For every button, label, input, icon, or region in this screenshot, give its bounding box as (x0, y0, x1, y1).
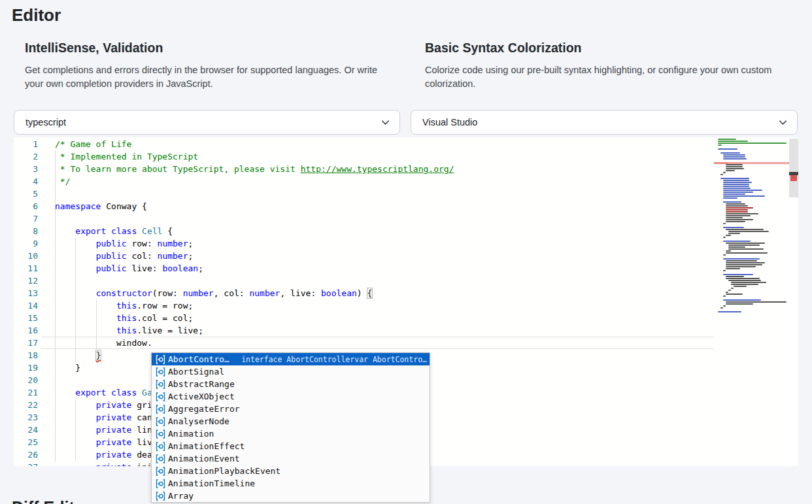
code-line[interactable]: 1/* Game of Life (14, 138, 714, 150)
scrollbar-slider[interactable] (789, 139, 798, 197)
theme-dropdown[interactable]: Visual Studio (411, 110, 798, 135)
suggest-item[interactable]: AbstractRange (152, 378, 430, 390)
editor-scrollbar[interactable] (789, 137, 798, 466)
line-number: 15 (14, 312, 38, 324)
suggest-item[interactable]: AbortSignal (152, 365, 430, 378)
chevron-down-icon (381, 118, 390, 127)
symbol-interface-icon (155, 392, 166, 402)
section-description-intellisense: Get completions and errors directly in t… (25, 63, 378, 91)
suggest-item[interactable]: AnimationTimeline (152, 477, 430, 490)
code-line[interactable]: 15 this.col = col; (14, 312, 714, 324)
code-text: /* Game of Life (55, 138, 131, 150)
suggest-item[interactable]: AnalyserNode (152, 415, 430, 428)
code-text: this.col = col; (55, 312, 193, 324)
symbol-interface-icon (155, 354, 166, 365)
suggest-item-label: AnalyserNode (168, 416, 229, 426)
line-number: 6 (14, 200, 38, 212)
code-line[interactable]: 11 public live: boolean; (14, 262, 714, 275)
suggest-item[interactable]: AnimationEffect (152, 440, 430, 452)
code-text: */ (55, 175, 70, 188)
code-text: public col: number; (55, 250, 193, 262)
suggest-item-detail: interface AbortControllervar AbortContro… (241, 355, 427, 364)
symbol-interface-icon (155, 379, 166, 390)
code-line[interactable]: 14 this.row = row; (14, 299, 714, 312)
suggest-item-label: Array (168, 491, 194, 501)
suggest-item[interactable]: AnimationPlaybackEvent (152, 465, 430, 477)
code-line[interactable]: 16 this.live = live; (14, 324, 714, 337)
line-number: 20 (14, 374, 38, 386)
language-dropdown[interactable]: typescript (14, 110, 400, 135)
code-text: public row: number; (55, 237, 193, 250)
code-line[interactable]: 10 public col: number; (14, 250, 714, 262)
suggest-item[interactable]: AggregateError (152, 403, 430, 415)
suggest-item-label: AggregateError (168, 404, 240, 414)
language-dropdown-value: typescript (25, 117, 66, 127)
suggest-item-label: ActiveXObject (168, 392, 235, 401)
code-text: window. (55, 337, 152, 349)
code-line[interactable]: 9 public row: number; (14, 237, 714, 250)
code-text: private can (55, 411, 152, 424)
suggest-item[interactable]: AnimationEvent (152, 452, 430, 465)
symbol-interface-icon (155, 491, 166, 501)
line-number: 12 (14, 275, 38, 287)
code-text: * Implemented in TypeScript (55, 150, 198, 163)
suggest-item-label: AnimationEvent (168, 454, 240, 463)
suggest-item[interactable]: AbortContro…interface AbortControllervar… (152, 353, 430, 365)
code-line[interactable]: 17 window. (14, 337, 714, 349)
line-number: 10 (14, 250, 38, 262)
suggest-item-label: AbortContro… (168, 354, 229, 364)
suggest-item[interactable]: Animation (152, 428, 430, 440)
code-line[interactable]: 5 (14, 188, 714, 200)
code-line[interactable]: 8 export class Cell { (14, 225, 714, 237)
page-title: Editor (12, 5, 61, 25)
section-description-colorization: Colorize code using our pre-built syntax… (425, 63, 778, 91)
line-number: 19 (14, 361, 38, 374)
line-number: 16 (14, 324, 38, 337)
symbol-interface-icon (155, 454, 166, 464)
code-text: private liv (55, 436, 152, 448)
code-line[interactable]: 7 (14, 212, 714, 225)
code-text: private dea (55, 448, 152, 461)
suggest-item-label: AnimationTimeline (168, 479, 255, 488)
code-text: export class Cell { (55, 225, 173, 237)
code-text: private lin (55, 424, 152, 436)
code-line[interactable]: 2 * Implemented in TypeScript (14, 150, 714, 163)
line-number: 25 (14, 436, 38, 448)
suggest-item[interactable]: Array (152, 490, 430, 502)
line-number: 2 (14, 150, 38, 163)
line-number: 5 (14, 188, 38, 200)
code-text: this.live = live; (55, 324, 203, 337)
theme-dropdown-value: Visual Studio (422, 117, 477, 127)
line-number: 3 (14, 163, 38, 175)
code-text: public live: boolean; (55, 262, 203, 275)
line-number: 14 (14, 299, 38, 312)
line-number: 13 (14, 287, 38, 299)
suggest-widget: AbortContro…interface AbortControllervar… (151, 352, 430, 503)
section-heading-intellisense: IntelliSense, Validation (25, 41, 163, 56)
code-line[interactable]: 6namespace Conway { (14, 200, 714, 212)
suggest-item[interactable]: ActiveXObject (152, 390, 430, 403)
line-number: 1 (14, 138, 38, 150)
symbol-interface-icon (155, 479, 166, 489)
code-line[interactable]: 12 (14, 275, 714, 287)
code-line[interactable]: 4 */ (14, 175, 714, 188)
code-text: export class Ga (55, 386, 152, 399)
line-number: 17 (14, 337, 38, 349)
chevron-down-icon (778, 118, 788, 127)
line-number: 7 (14, 212, 38, 225)
code-line[interactable]: 13 constructor(row: number, col: number,… (14, 287, 714, 299)
line-number: 11 (14, 262, 38, 275)
suggest-item-label: AnimationPlaybackEvent (168, 466, 280, 476)
line-number: 26 (14, 448, 38, 461)
code-text: * To learn more about TypeScript, please… (55, 163, 454, 175)
section-heading-colorization: Basic Syntax Colorization (425, 41, 581, 56)
suggest-item-label: Animation (168, 429, 214, 439)
code-text: private gri (55, 399, 152, 411)
line-number: 9 (14, 237, 38, 250)
minimap[interactable] (714, 139, 789, 465)
symbol-interface-icon (155, 416, 166, 427)
line-number: 22 (14, 399, 38, 411)
line-number: 4 (14, 175, 38, 188)
line-number: 27 (14, 461, 38, 466)
code-line[interactable]: 3 * To learn more about TypeScript, plea… (14, 163, 714, 175)
